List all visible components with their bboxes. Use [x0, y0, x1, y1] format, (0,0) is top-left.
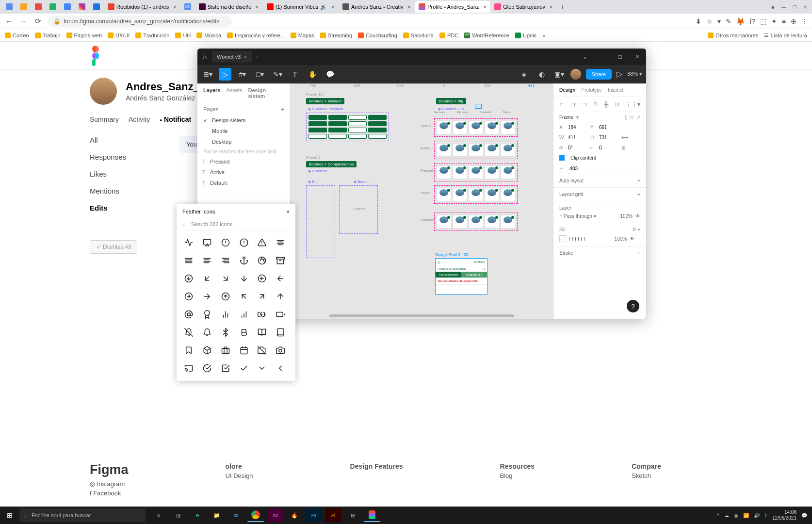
resize-to-fit-icon[interactable]: ⤢: [636, 115, 640, 120]
search-input[interactable]: Search 282 icons: [181, 219, 291, 230]
alignment-controls[interactable]: ⊏⊐⊐⊓╫⊔⋮⋮▾: [553, 97, 646, 112]
orientation-icon[interactable]: ▯ ▭: [625, 115, 633, 120]
tab-summary[interactable]: Summary: [90, 115, 119, 123]
y-input[interactable]: [599, 125, 618, 130]
chrome-icon[interactable]: [247, 508, 264, 522]
assets-tab[interactable]: Assets: [226, 87, 242, 99]
bell-off-icon[interactable]: [183, 327, 194, 338]
check-circle-icon[interactable]: [202, 363, 212, 374]
camera-icon[interactable]: [275, 345, 286, 356]
frame-tool-icon[interactable]: #▾: [236, 68, 249, 81]
check-square-icon[interactable]: [220, 363, 231, 374]
alert-octagon-icon[interactable]: [239, 237, 249, 248]
present-icon[interactable]: ▷: [617, 69, 622, 79]
account-icon[interactable]: ●: [771, 3, 775, 11]
ext-icon[interactable]: f?: [749, 17, 755, 25]
browser-tab[interactable]: [46, 1, 60, 13]
camera-off-icon[interactable]: [257, 345, 267, 356]
battery-charging-icon[interactable]: [257, 309, 267, 320]
home-icon[interactable]: ⌂: [197, 53, 212, 61]
component-label[interactable]: ◈ Botones / Medium: [308, 107, 343, 111]
page-desktop[interactable]: Desktop: [197, 136, 290, 147]
mobile-frame[interactable]: ☰WOMET ‹ Tickets de asistencia ⌕ Tus sol…: [435, 258, 487, 295]
frame-type[interactable]: Frame: [559, 115, 573, 120]
check-icon[interactable]: [239, 363, 249, 374]
browser-tab-figma-forum[interactable]: Profile - Andres_Sanz×: [415, 1, 490, 13]
back-button[interactable]: ←: [4, 17, 14, 25]
ext-icon[interactable]: ▾: [717, 17, 721, 25]
remove-fill-icon[interactable]: −: [637, 236, 640, 242]
bookmark-item[interactable]: UX/UI: [108, 33, 130, 38]
zoom-level[interactable]: 38% ▾: [627, 71, 642, 77]
boolean-icon[interactable]: ▣▾: [553, 68, 566, 81]
footer-link[interactable]: Sketch: [632, 472, 661, 479]
bookmark-item[interactable]: Ugnis: [515, 33, 536, 38]
at-sign-icon[interactable]: [183, 309, 194, 320]
arrow-down-left-icon[interactable]: [202, 273, 212, 284]
tinder-icon[interactable]: 🔥: [286, 508, 303, 522]
bookmark-item[interactable]: Streaming: [320, 33, 352, 38]
instance-input[interactable]: [568, 166, 587, 171]
box-icon[interactable]: [202, 345, 212, 356]
bar-chart-icon[interactable]: [239, 309, 249, 320]
bookmark-item[interactable]: Correo: [5, 33, 29, 38]
shape-tool-icon[interactable]: □▾: [254, 68, 266, 81]
xd-icon[interactable]: Xd: [267, 508, 283, 522]
arrow-down-right-icon[interactable]: [220, 273, 231, 284]
feather-icons-panel[interactable]: Feather Icons × Search 282 icons: [177, 204, 295, 381]
explorer-icon[interactable]: 📁: [209, 508, 225, 522]
power-icon[interactable]: ᚹ: [764, 513, 767, 518]
close-icon[interactable]: ×: [331, 3, 335, 11]
chevron-down-icon[interactable]: [257, 363, 267, 374]
footer-link[interactable]: UI Design: [226, 472, 253, 479]
browser-tab[interactable]: UX: [180, 1, 195, 13]
browser-tab[interactable]: [60, 1, 75, 13]
layer-item[interactable]: Active: [197, 167, 290, 178]
close-icon[interactable]: ×: [244, 54, 246, 60]
url-field[interactable]: 🔒 forum.figma.com/u/andres_sanz_gonzalez…: [48, 16, 232, 27]
footer-facebook[interactable]: f Facebook: [90, 490, 129, 497]
bookmark-item[interactable]: Util: [175, 33, 191, 38]
text-tool-icon[interactable]: T: [289, 68, 301, 81]
extensions-icon[interactable]: ✦: [771, 17, 777, 25]
bell-icon[interactable]: [202, 327, 212, 338]
component-label[interactable]: ◈ B...: [308, 180, 318, 184]
frame-label[interactable]: Frame 10: [306, 92, 323, 97]
calculator-icon[interactable]: ⊞: [344, 508, 361, 522]
bookmark-item[interactable]: Traducción: [135, 33, 169, 38]
reload-button[interactable]: ⟳: [33, 17, 43, 26]
style-icon[interactable]: ⠿: [633, 227, 636, 232]
edge-icon[interactable]: e: [189, 508, 206, 522]
alert-triangle-icon[interactable]: [257, 237, 267, 248]
anchor-icon[interactable]: [239, 255, 249, 266]
add-autolayout-icon[interactable]: +: [637, 178, 640, 183]
browser-tab[interactable]: Gleb Sabirzyanov×: [490, 1, 556, 13]
browser-tab[interactable]: Andrés Sanz - Creativ×: [339, 1, 415, 13]
rotation-input[interactable]: [568, 145, 587, 150]
tab-notifications[interactable]: Notificat: [160, 115, 191, 123]
calendar-icon[interactable]: [239, 345, 249, 356]
opacity-input[interactable]: 100%: [620, 213, 633, 219]
start-button[interactable]: ⊞: [0, 511, 19, 519]
browser-tab-gmail[interactable]: Recibidos (1) - andres×: [104, 1, 180, 13]
ext-icon[interactable]: ⬚: [760, 17, 766, 25]
constrain-icon[interactable]: ⟷: [621, 135, 628, 140]
book-open-icon[interactable]: [257, 327, 267, 338]
frame-label[interactable]: Google Pixel 2 - 23: [435, 252, 468, 257]
bookmark-icon[interactable]: [183, 345, 194, 356]
new-tab-icon[interactable]: +: [256, 54, 259, 60]
briefcase-icon[interactable]: [220, 345, 231, 356]
battery-icon[interactable]: [275, 309, 286, 320]
figma-titlebar[interactable]: ⌂ Womet v3× + ⌄ ─ □ ×: [197, 49, 646, 65]
move-tool-icon[interactable]: ▷: [219, 68, 231, 81]
close-icon[interactable]: ×: [287, 209, 290, 214]
fill-opacity[interactable]: 100%: [615, 236, 627, 242]
page-design-sistem[interactable]: Design sistem: [197, 115, 290, 126]
bookmark-item[interactable]: Trabajo: [35, 33, 61, 38]
align-right-icon[interactable]: [220, 255, 231, 266]
bold-icon[interactable]: [239, 327, 249, 338]
close-icon[interactable]: ×: [173, 3, 177, 11]
taskbar-search[interactable]: ⌕Escribe aquí para buscar: [19, 508, 146, 522]
menu-icon[interactable]: ⋮: [801, 17, 808, 25]
ext-icon[interactable]: 🦊: [736, 17, 745, 25]
